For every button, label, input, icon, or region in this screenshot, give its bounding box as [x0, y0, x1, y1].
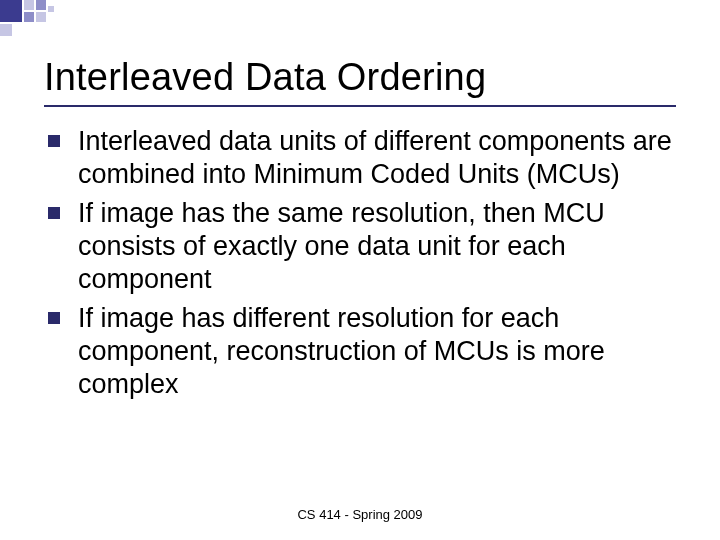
bullet-list: Interleaved data units of different comp… — [44, 125, 676, 401]
bullet-item: If image has different resolution for ea… — [48, 302, 672, 401]
bullet-text: If image has different resolution for ea… — [78, 303, 605, 399]
slide: Interleaved Data Ordering Interleaved da… — [0, 0, 720, 540]
slide-footer: CS 414 - Spring 2009 — [0, 507, 720, 522]
slide-title: Interleaved Data Ordering — [44, 56, 676, 99]
square-bullet-icon — [48, 135, 60, 147]
bullet-text: Interleaved data units of different comp… — [78, 126, 672, 189]
bullet-item: Interleaved data units of different comp… — [48, 125, 672, 191]
square-bullet-icon — [48, 312, 60, 324]
title-underline — [44, 105, 676, 107]
square-bullet-icon — [48, 207, 60, 219]
bullet-text: If image has the same resolution, then M… — [78, 198, 605, 294]
bullet-item: If image has the same resolution, then M… — [48, 197, 672, 296]
